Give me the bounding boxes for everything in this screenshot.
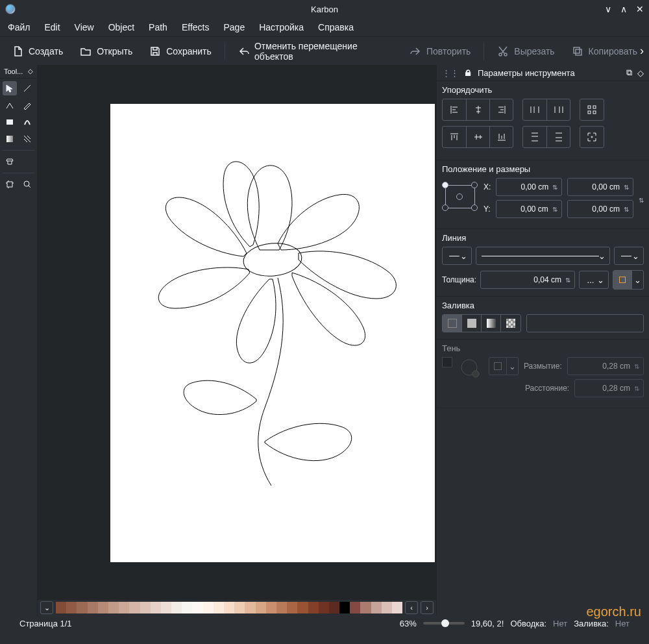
fill-pattern-button[interactable] [501,315,520,332]
palette-color[interactable] [371,602,382,613]
fill-none-button[interactable] [443,315,462,332]
distribute-v-bottom-button[interactable] [546,127,570,147]
palette-color[interactable] [192,602,202,613]
create-button[interactable]: Создать [8,43,67,60]
menu-settings[interactable]: Настройка [259,22,304,32]
cap-dropdown[interactable]: ⌄ [631,271,643,289]
palette-color[interactable] [56,602,66,613]
align-right-button[interactable] [489,99,513,120]
palette-color[interactable] [360,602,371,613]
menu-effects[interactable]: Effects [182,22,210,32]
palette-next-button[interactable]: › [421,601,434,614]
palette-color[interactable] [66,602,77,613]
line-end-marker[interactable] [614,247,644,265]
shadow-color-dropdown[interactable]: ⌄ [506,358,518,375]
palette-color[interactable] [171,602,182,613]
crop-tool[interactable] [3,177,17,192]
calligraphy-tool[interactable] [20,115,34,129]
palette-color[interactable] [234,602,245,613]
redo-button[interactable]: Повторить [406,43,474,60]
close-button[interactable]: ✕ [636,4,644,14]
line-width-more[interactable]: ... [579,271,609,289]
palette-prev-button[interactable]: ‹ [405,601,418,614]
fill-preview[interactable] [526,314,644,332]
distribute-v-top-button[interactable] [523,127,546,147]
palette-color[interactable] [392,602,402,613]
palette-color[interactable] [119,602,129,613]
palette-color[interactable] [339,602,350,613]
align-center-h-button[interactable] [466,99,489,120]
palette-color[interactable] [140,602,151,613]
bucket-tool[interactable] [3,155,17,169]
menu-page[interactable]: Page [223,22,245,32]
align-top-button[interactable] [443,127,466,147]
select-tool[interactable] [3,81,17,95]
palette-color[interactable] [161,602,171,613]
palette-color[interactable] [308,602,319,613]
distribute-h-left-button[interactable] [523,99,546,120]
lock-icon[interactable]: 🔒︎ [464,68,472,78]
palette-color[interactable] [256,602,266,613]
menu-view[interactable]: View [75,22,94,32]
menu-object[interactable]: Object [108,22,134,32]
blur-input[interactable]: 0,28 cm [567,357,644,375]
document-page[interactable] [110,104,435,562]
zoom-tool[interactable] [20,177,34,192]
palette-color[interactable] [214,602,224,613]
edit-path-tool[interactable] [3,98,17,112]
palette-color[interactable] [108,602,119,613]
palette-color[interactable] [319,602,329,613]
shadow-enable-checkbox[interactable] [442,357,452,367]
height-input[interactable]: 0,00 cm [567,200,633,218]
palette-color[interactable] [77,602,87,613]
palette-color[interactable] [203,602,214,613]
line-width-input[interactable]: 0,04 cm [480,271,575,289]
shadow-color-button[interactable] [489,358,506,375]
palette-swatches[interactable] [56,602,402,613]
y-input[interactable]: 0,00 cm [496,200,562,218]
palette-color[interactable] [129,602,140,613]
shadow-angle-widget[interactable] [459,357,482,380]
palette-color[interactable] [297,602,308,613]
x-input[interactable]: 0,00 cm [496,178,562,196]
palette-color[interactable] [151,602,161,613]
palette-color[interactable] [88,602,98,613]
maximize-button[interactable]: ∧ [620,4,627,14]
aspect-lock-icon[interactable]: ⇅ [639,197,644,204]
palette-color[interactable] [350,602,360,613]
align-bottom-button[interactable] [489,127,513,147]
palette-color[interactable] [224,602,234,613]
toolbar-overflow[interactable]: › [640,44,644,58]
rectangle-tool[interactable] [3,115,17,129]
line-style[interactable] [476,247,610,265]
line-tool[interactable] [20,81,34,95]
cut-button[interactable]: Вырезать [493,43,558,60]
undo-button[interactable]: Отменить перемещение объектов [234,38,397,64]
palette-color[interactable] [382,602,392,613]
distribute-grid-button[interactable] [580,99,604,120]
detach-icon[interactable]: ⧉ [626,68,632,78]
canvas-viewport[interactable] [38,65,436,600]
distribute-h-right-button[interactable] [546,99,570,120]
cap-butt-button[interactable] [613,271,631,289]
toolbox-close-icon[interactable]: ◇ [28,68,33,75]
palette-color[interactable] [245,602,255,613]
fill-gradient-button[interactable] [482,315,501,332]
open-button[interactable]: Открыть [76,43,136,60]
pattern-tool[interactable] [20,132,34,146]
palette-color[interactable] [329,602,339,613]
pencil-tool[interactable] [20,98,34,112]
menu-file[interactable]: Файл [8,22,30,32]
align-left-button[interactable] [443,99,466,120]
palette-color[interactable] [276,602,287,613]
align-center-v-button[interactable] [466,127,489,147]
drag-handle-icon[interactable]: ⋮⋮ [442,68,459,78]
copy-button[interactable]: Копировать [568,43,641,60]
minimize-button[interactable]: ∨ [605,4,611,14]
anchor-origin-widget[interactable] [442,182,478,218]
distance-input[interactable]: 0,28 cm [574,379,644,397]
palette-color[interactable] [98,602,108,613]
fill-solid-button[interactable] [462,315,482,332]
line-start-marker[interactable] [442,247,472,265]
menu-edit[interactable]: Edit [44,22,60,32]
